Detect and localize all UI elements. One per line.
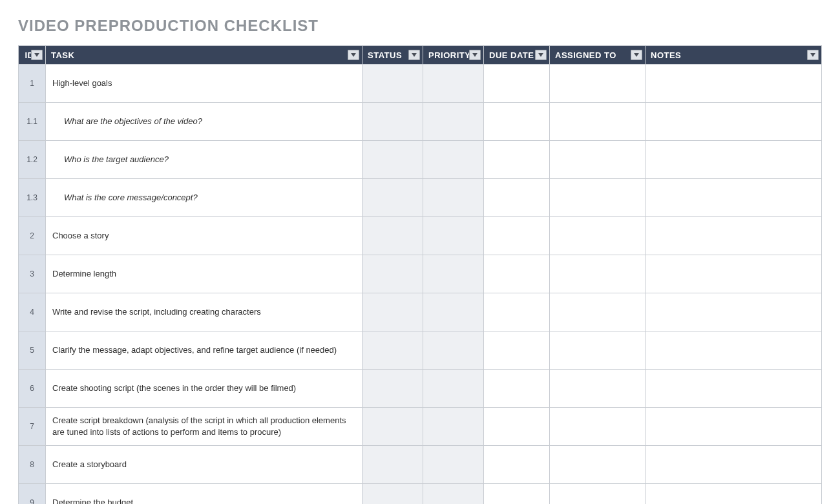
cell-status[interactable]	[362, 255, 423, 293]
cell-assigned[interactable]	[550, 446, 646, 484]
cell-status[interactable]	[362, 331, 423, 370]
filter-button-assigned[interactable]	[631, 50, 642, 60]
cell-notes[interactable]	[646, 65, 822, 103]
cell-duedate[interactable]	[484, 141, 550, 179]
cell-task[interactable]: Determine length	[46, 255, 362, 293]
table-row: 8Create a storyboard	[19, 446, 822, 484]
cell-priority[interactable]	[423, 293, 484, 331]
cell-priority[interactable]	[423, 217, 484, 255]
cell-notes[interactable]	[646, 293, 822, 331]
cell-task[interactable]: Write and revise the script, including c…	[46, 293, 362, 331]
cell-priority[interactable]	[423, 370, 484, 408]
cell-task[interactable]: Clarify the message, adapt objectives, a…	[46, 331, 362, 370]
cell-notes[interactable]	[646, 484, 822, 505]
cell-status[interactable]	[362, 103, 423, 141]
cell-notes[interactable]	[646, 331, 822, 370]
filter-button-id[interactable]	[31, 50, 43, 60]
cell-priority[interactable]	[423, 255, 484, 293]
cell-id: 2	[19, 217, 46, 255]
cell-task[interactable]: What are the objectives of the video?	[46, 103, 362, 141]
col-header-status-label: STATUS	[368, 50, 402, 60]
filter-button-duedate[interactable]	[535, 50, 547, 60]
cell-notes[interactable]	[646, 217, 822, 255]
cell-notes[interactable]	[646, 255, 822, 293]
chevron-down-icon	[34, 53, 39, 57]
chevron-down-icon	[810, 53, 815, 57]
cell-task[interactable]: Determine the budget	[46, 484, 362, 505]
cell-status[interactable]	[362, 446, 423, 484]
cell-duedate[interactable]	[484, 370, 550, 408]
cell-assigned[interactable]	[550, 331, 646, 370]
cell-status[interactable]	[362, 293, 423, 331]
cell-assigned[interactable]	[550, 141, 646, 179]
cell-assigned[interactable]	[550, 255, 646, 293]
cell-duedate[interactable]	[484, 293, 550, 331]
cell-duedate[interactable]	[484, 408, 550, 446]
cell-status[interactable]	[362, 408, 423, 446]
cell-duedate[interactable]	[484, 255, 550, 293]
cell-status[interactable]	[362, 65, 423, 103]
cell-task[interactable]: Create shooting script (the scenes in th…	[46, 370, 362, 408]
table-row: 9Determine the budget	[19, 484, 822, 505]
col-header-assigned-label: ASSIGNED TO	[555, 50, 616, 60]
cell-priority[interactable]	[423, 484, 484, 505]
cell-duedate[interactable]	[484, 103, 550, 141]
cell-assigned[interactable]	[550, 370, 646, 408]
cell-assigned[interactable]	[550, 484, 646, 505]
cell-notes[interactable]	[646, 408, 822, 446]
col-header-notes: NOTES	[646, 46, 822, 65]
cell-task[interactable]: Create a storyboard	[46, 446, 362, 484]
cell-priority[interactable]	[423, 103, 484, 141]
cell-assigned[interactable]	[550, 217, 646, 255]
cell-duedate[interactable]	[484, 484, 550, 505]
filter-button-task[interactable]	[348, 50, 359, 60]
cell-id: 7	[19, 408, 46, 446]
cell-task[interactable]: What is the core message/concept?	[46, 179, 362, 217]
filter-button-priority[interactable]	[469, 50, 481, 60]
cell-priority[interactable]	[423, 331, 484, 370]
cell-task[interactable]: Who is the target audience?	[46, 141, 362, 179]
chevron-down-icon	[351, 53, 356, 57]
cell-duedate[interactable]	[484, 65, 550, 103]
cell-assigned[interactable]	[550, 65, 646, 103]
filter-button-status[interactable]	[408, 50, 420, 60]
col-header-task: TASK	[46, 46, 362, 65]
col-header-id: ID	[19, 46, 46, 65]
cell-status[interactable]	[362, 484, 423, 505]
cell-duedate[interactable]	[484, 446, 550, 484]
cell-assigned[interactable]	[550, 293, 646, 331]
col-header-task-label: TASK	[51, 50, 74, 60]
cell-task[interactable]: Create script breakdown (analysis of the…	[46, 408, 362, 446]
cell-priority[interactable]	[423, 65, 484, 103]
svg-marker-5	[634, 53, 639, 57]
cell-id: 1.1	[19, 103, 46, 141]
cell-assigned[interactable]	[550, 179, 646, 217]
col-header-status: STATUS	[362, 46, 423, 65]
cell-priority[interactable]	[423, 408, 484, 446]
cell-notes[interactable]	[646, 179, 822, 217]
cell-duedate[interactable]	[484, 217, 550, 255]
cell-notes[interactable]	[646, 103, 822, 141]
filter-button-notes[interactable]	[807, 50, 819, 60]
cell-priority[interactable]	[423, 141, 484, 179]
cell-priority[interactable]	[423, 179, 484, 217]
cell-task[interactable]: Choose a story	[46, 217, 362, 255]
cell-status[interactable]	[362, 179, 423, 217]
cell-duedate[interactable]	[484, 331, 550, 370]
cell-duedate[interactable]	[484, 179, 550, 217]
col-header-priority: PRIORITY	[423, 46, 484, 65]
table-row: 3Determine length	[19, 255, 822, 293]
cell-priority[interactable]	[423, 446, 484, 484]
table-row: 5Clarify the message, adapt objectives, …	[19, 331, 822, 370]
cell-assigned[interactable]	[550, 103, 646, 141]
cell-task[interactable]: High-level goals	[46, 65, 362, 103]
cell-status[interactable]	[362, 217, 423, 255]
svg-marker-3	[472, 53, 478, 57]
chevron-down-icon	[538, 53, 543, 57]
cell-status[interactable]	[362, 141, 423, 179]
cell-status[interactable]	[362, 370, 423, 408]
cell-notes[interactable]	[646, 141, 822, 179]
cell-notes[interactable]	[646, 446, 822, 484]
cell-notes[interactable]	[646, 370, 822, 408]
cell-assigned[interactable]	[550, 408, 646, 446]
